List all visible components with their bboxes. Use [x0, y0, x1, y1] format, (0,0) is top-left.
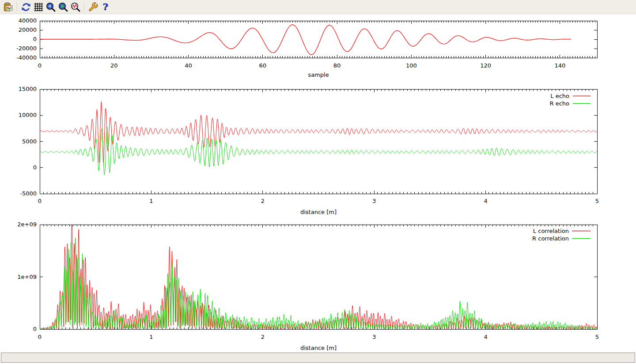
svg-text:1: 1	[149, 198, 153, 204]
svg-text:0: 0	[33, 164, 37, 171]
svg-text:80: 80	[333, 62, 341, 69]
svg-text:-40000: -40000	[16, 54, 37, 61]
grid-icon	[33, 2, 44, 12]
svg-text:4: 4	[484, 198, 487, 204]
svg-text:3: 3	[372, 334, 376, 340]
svg-text:120: 120	[480, 62, 491, 69]
svg-text:0: 0	[38, 198, 42, 204]
help-button[interactable]: ?	[99, 1, 112, 13]
svg-text:40000: 40000	[19, 17, 37, 24]
autoscale-button[interactable]	[69, 1, 82, 13]
refresh-icon	[21, 2, 31, 12]
status-bar	[0, 351, 636, 364]
svg-text:5: 5	[595, 198, 599, 204]
question-mark-icon: ?	[100, 2, 111, 12]
svg-text:2: 2	[261, 334, 265, 340]
svg-text:-20000: -20000	[16, 45, 37, 52]
svg-text:0: 0	[38, 334, 42, 340]
zoom-previous-button[interactable]	[45, 1, 57, 13]
magnifier-right-arrow-icon	[58, 2, 68, 12]
series-l-correlation	[40, 225, 597, 329]
svg-text:R correlation: R correlation	[532, 235, 569, 242]
svg-text:L correlation: L correlation	[533, 228, 569, 234]
plot-echo	[40, 89, 597, 194]
svg-text:3: 3	[372, 198, 376, 204]
svg-text:distance [m]: distance [m]	[300, 209, 337, 215]
clipboard-chart-icon	[3, 2, 14, 12]
configure-button[interactable]	[87, 1, 99, 13]
plots-svg: 020406080100120140-40000-200000200004000…	[0, 15, 636, 351]
svg-text:140: 140	[554, 62, 565, 69]
plot-canvas[interactable]: 020406080100120140-40000-200000200004000…	[0, 15, 636, 351]
svg-text:1e+09: 1e+09	[17, 274, 37, 280]
svg-text:20000: 20000	[19, 26, 37, 33]
svg-text:2: 2	[261, 198, 265, 204]
series-r-echo	[40, 127, 597, 175]
series-pulse	[40, 25, 571, 55]
svg-text:-5000: -5000	[20, 190, 37, 197]
svg-text:1: 1	[149, 334, 153, 340]
svg-text:2e+09: 2e+09	[17, 221, 37, 228]
copy-to-clipboard-button[interactable]	[2, 1, 15, 13]
zoom-next-button[interactable]	[57, 1, 69, 13]
svg-text:0: 0	[33, 36, 37, 42]
svg-text:L echo: L echo	[550, 93, 569, 99]
svg-text:5: 5	[595, 334, 599, 340]
toolbar: ?	[0, 0, 636, 14]
svg-text:20: 20	[110, 62, 118, 69]
replot-button[interactable]	[20, 1, 32, 13]
svg-text:distance [m]: distance [m]	[300, 345, 337, 351]
svg-text:40: 40	[185, 62, 192, 69]
svg-text:0: 0	[38, 62, 42, 69]
plot-waveform	[40, 21, 598, 58]
svg-text:60: 60	[259, 62, 267, 69]
svg-text:R echo: R echo	[549, 100, 569, 107]
toolbar-separator	[84, 2, 85, 12]
svg-text:0: 0	[33, 326, 37, 332]
svg-text:10000: 10000	[19, 112, 37, 118]
status-field	[1, 353, 635, 363]
magnifier-left-arrow-icon	[45, 2, 56, 12]
svg-text:4: 4	[484, 334, 487, 340]
svg-text:100: 100	[406, 62, 417, 69]
wrench-icon	[88, 2, 98, 12]
toolbar-separator	[17, 2, 18, 12]
toggle-grid-button[interactable]	[32, 1, 45, 13]
magnifier-plot-icon	[70, 2, 81, 12]
plot-correlation	[40, 225, 597, 329]
svg-text:15000: 15000	[19, 86, 37, 92]
svg-text:5000: 5000	[22, 138, 37, 145]
question-mark-glyph: ?	[103, 2, 108, 12]
svg-text:sample: sample	[308, 71, 329, 78]
